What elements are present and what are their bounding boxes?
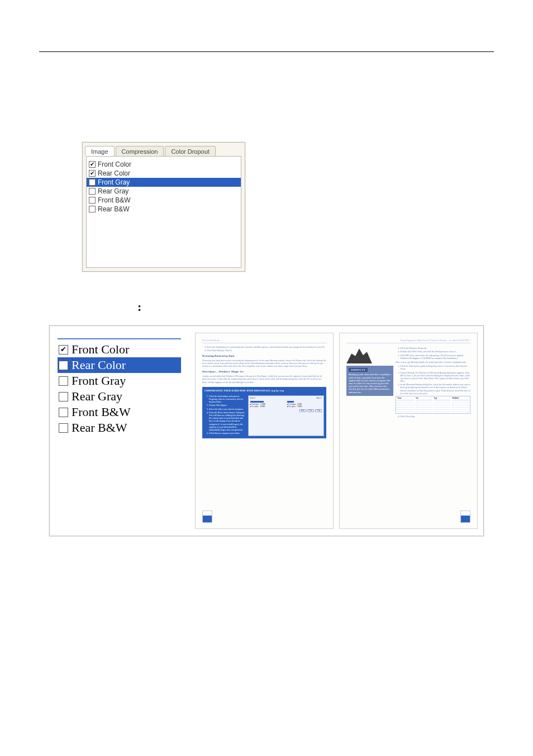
page-thumbnail-icon — [460, 511, 470, 523]
right-proc-2: Choose Backup. If a Welcome to Microsoft… — [400, 371, 470, 383]
label-front-color: Front Color — [98, 160, 131, 168]
right-step-3: Click the Windows Setup tab. — [400, 347, 470, 349]
option-front-bw[interactable]: Front B&W — [87, 196, 241, 205]
zoom-label-rear-color: Rear Color — [72, 358, 126, 372]
right-page-header: Using Programs to Make Your PC Easier to… — [400, 339, 470, 342]
right-proc-4: Click Next Step. — [400, 415, 470, 418]
checkbox-front-bw[interactable] — [89, 197, 96, 204]
decorative-silhouette — [346, 347, 372, 363]
zoom-checkbox-front-gray[interactable] — [59, 376, 68, 386]
option-front-gray[interactable]: Front Gray — [87, 178, 241, 187]
zoom-checkbox-front-bw[interactable] — [59, 408, 68, 417]
right-proc-1: Click the Start button, point to Program… — [400, 365, 470, 370]
restoring-text: Restoring your data just involves revers… — [202, 359, 326, 368]
right-step-5: Click OK twice, and follow the instructi… — [400, 354, 470, 360]
comp-step-3: Select the drive you want to compress. — [209, 408, 246, 410]
zoom-and-preview-panel: Front Color Rear Color Front Gray Rear G… — [49, 325, 484, 536]
zoom-checkbox-front-color[interactable] — [59, 345, 68, 355]
zoom-label-rear-bw: Rear B&W — [72, 420, 127, 435]
label-rear-bw: Rear B&W — [98, 205, 130, 213]
comp-step-2: Choose DriveSpace. — [209, 404, 246, 407]
zoom-label-front-gray: Front Gray — [72, 374, 126, 388]
tab-image[interactable]: Image — [85, 146, 115, 156]
shortcut-title: SHORTCUT — [349, 368, 368, 372]
tab-color-dropout[interactable]: Color Dropout — [165, 146, 215, 156]
label-front-gray: Front Gray — [98, 178, 130, 186]
tab-strip: Image Compression Color Dropout — [83, 143, 245, 156]
image-options-list: Front Color Rear Color Front Gray Rear G… — [87, 160, 241, 214]
comp-title: COMPRESSING YOUR HARD DISK WITH DRIVESPA… — [204, 389, 324, 392]
option-rear-color[interactable]: Rear Color — [87, 169, 241, 178]
zoom-option-rear-color[interactable]: Rear Color — [58, 357, 181, 373]
book-page-left: PCs for Non-Nerds Select the destination… — [195, 333, 334, 529]
book-pages-preview: PCs for Non-Nerds Select the destination… — [189, 326, 483, 536]
book-page-right: Using Programs to Make Your PC Easier to… — [339, 333, 478, 529]
zoom-option-front-color[interactable]: Front Color — [58, 342, 181, 357]
horizontal-rule — [39, 51, 494, 52]
drivespace-text: Another useful utility that Windows 98 b… — [202, 375, 326, 384]
comp-step-1: Click the Start button and point to Prog… — [209, 395, 246, 404]
zoom-options-list: Front Color Rear Color Front Gray Rear G… — [58, 342, 181, 436]
checkbox-front-color[interactable] — [89, 161, 96, 168]
shortcut-box: SHORTCUT Backing up your entire hard dri… — [346, 366, 393, 396]
right-once-intro: Once you've got Backup loaded, the actua… — [396, 361, 470, 363]
zoom-option-front-bw[interactable]: Front B&W — [58, 404, 181, 420]
left-step-4: Click Start Backup. That's it. — [207, 349, 326, 352]
option-rear-gray[interactable]: Rear Gray — [87, 187, 241, 196]
zoom-checkbox-rear-gray[interactable] — [59, 392, 68, 401]
right-step-4: Double-click Disk Tools, and click the B… — [400, 350, 470, 353]
zoom-label-front-color: Front Color — [72, 342, 129, 357]
mini-file-list-dialog: Name Size Type — [396, 396, 470, 414]
tab-compression[interactable]: Compression — [116, 146, 164, 156]
heading-restoring: Restoring Backed-Up Data — [202, 355, 326, 358]
comp-step-4: From the Drive menu choose Compress. You… — [209, 411, 246, 431]
checkbox-rear-color[interactable] — [89, 170, 96, 177]
checkbox-front-gray[interactable] — [89, 179, 96, 186]
zoom-label-front-bw: Front B&W — [72, 405, 131, 419]
zoom-option-front-gray[interactable]: Front Gray — [58, 373, 181, 389]
comp-step-5: Click Start to compress your drive. — [209, 432, 246, 434]
label-rear-gray: Rear Gray — [98, 187, 129, 195]
label-front-bw: Front B&W — [98, 196, 131, 204]
mini-compress-dialog: Drive CDrive C ■ Used space 150MB■ Free … — [248, 395, 324, 436]
zoomed-options-pane: Front Color Rear Color Front Gray Rear G… — [50, 326, 189, 536]
zoom-label-rear-gray: Rear Gray — [72, 389, 122, 404]
page-thumbnail-icon — [202, 511, 212, 523]
left-step-3: Select the destination for your backup f… — [207, 346, 326, 348]
zoom-checkbox-rear-bw[interactable] — [59, 423, 68, 433]
shortcut-text: Backing up your entire hard drive is pro… — [349, 373, 391, 393]
option-rear-bw[interactable]: Rear B&W — [87, 205, 241, 214]
colon-separator: : — [137, 300, 141, 314]
heading-drivespace: DriveSpace—Windows' Magic Act — [202, 370, 326, 374]
right-proc-3: In the Microsoft Backup dialog box, sele… — [400, 383, 470, 395]
checkbox-rear-gray[interactable] — [89, 188, 96, 195]
tab-body: Front Color Rear Color Front Gray Rear G… — [86, 156, 241, 268]
image-tab-dialog: Image Compression Color Dropout Front Co… — [82, 142, 245, 272]
zoom-option-rear-gray[interactable]: Rear Gray — [58, 389, 181, 404]
option-front-color[interactable]: Front Color — [87, 160, 241, 169]
left-page-header: PCs for Non-Nerds — [202, 339, 220, 342]
checkbox-rear-bw[interactable] — [89, 206, 96, 212]
zoom-divider — [58, 338, 181, 339]
label-rear-color: Rear Color — [98, 169, 130, 177]
zoom-checkbox-rear-color[interactable] — [59, 361, 68, 370]
compressing-step-by-step-box: COMPRESSING YOUR HARD DISK WITH DRIVESPA… — [202, 387, 326, 439]
zoom-option-rear-bw[interactable]: Rear B&W — [58, 420, 181, 436]
